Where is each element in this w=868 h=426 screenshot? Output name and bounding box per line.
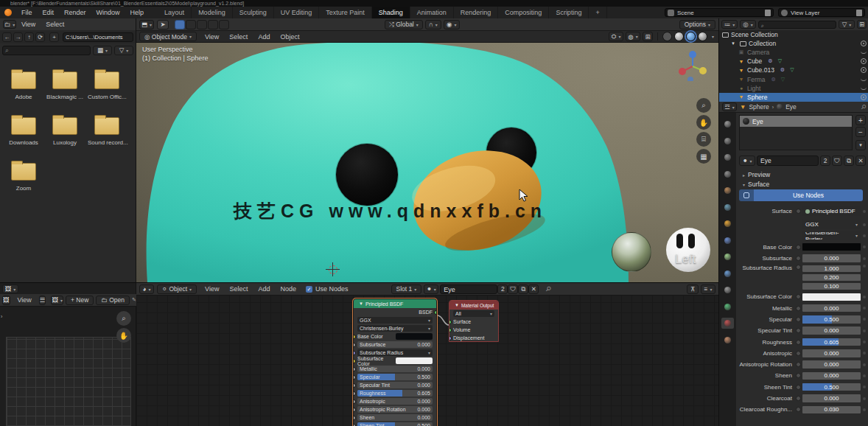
workspace-tab-layout[interactable]: Layout xyxy=(158,7,192,18)
bsdf-swatch-subsurface-color[interactable] xyxy=(396,357,433,364)
bsdf-slider-subsurface[interactable]: Subsurface0.000 xyxy=(357,341,433,348)
material-users-count-button[interactable]: 2 xyxy=(497,284,508,294)
shading-dropdown-icon[interactable]: ▾ xyxy=(712,34,714,39)
pan-hand-button[interactable]: ✋ xyxy=(696,115,711,130)
bsdf-output-socket[interactable] xyxy=(434,310,437,315)
create-folder-button[interactable]: + xyxy=(49,32,59,42)
slider-sheen[interactable]: 0.000 xyxy=(802,371,861,381)
workspace-tab-uv-editing[interactable]: UV Editing xyxy=(274,7,320,18)
surface-panel-header[interactable]: ▾Surface xyxy=(736,181,769,188)
decorator-dot[interactable] xyxy=(795,306,802,311)
slider-metallic[interactable]: 0.000 xyxy=(802,304,861,313)
material-slot-row[interactable]: Eye xyxy=(740,116,852,127)
camera-view-button[interactable]: ⌸ xyxy=(696,132,711,147)
properties-pin-icon[interactable]: ⚲ xyxy=(859,102,867,111)
display-mode-button[interactable]: ▦▾ xyxy=(93,46,112,55)
socket-sheen[interactable] xyxy=(353,416,356,420)
topbar-menu-edit[interactable]: Edit xyxy=(38,9,60,16)
properties-editor-type-button[interactable]: ☲▾ xyxy=(722,102,737,111)
outliner-sync-button[interactable]: ◎▾ xyxy=(740,20,756,29)
decorator-dot[interactable] xyxy=(795,396,802,401)
socket-subsurface-radius[interactable] xyxy=(353,351,356,355)
animate-dot[interactable] xyxy=(861,329,867,332)
breadcrumb-object[interactable]: Sphere xyxy=(749,103,769,111)
properties-tab-constraints[interactable] xyxy=(721,284,734,296)
datablock-unlink-button[interactable]: ✕ xyxy=(855,156,866,166)
slider-specular-tint[interactable]: 0.000 xyxy=(802,326,861,335)
animate-dot[interactable] xyxy=(861,363,867,366)
breadcrumb-material[interactable]: Eye xyxy=(785,103,797,111)
outliner-row-sphere[interactable]: ▼Sphere xyxy=(719,93,868,102)
socket-metallic[interactable] xyxy=(353,367,356,371)
hamburger-menu-icon[interactable]: ☰ xyxy=(39,296,46,305)
fake-user-shield-button[interactable]: 🛡 xyxy=(508,284,518,294)
workspace-tab-animation[interactable]: Animation xyxy=(410,7,454,18)
decorator-dot[interactable] xyxy=(795,407,802,412)
visibility-eye-closed-icon[interactable] xyxy=(861,87,867,90)
new-image-button[interactable]: + New xyxy=(66,296,94,305)
properties-tab-render[interactable] xyxy=(721,136,734,147)
bsdf-slider-metallic[interactable]: Metallic0.000 xyxy=(357,366,433,372)
decorator-dot[interactable] xyxy=(795,245,802,250)
show-overlays-button[interactable]: ◍▾ xyxy=(626,32,640,41)
shading-solid-button[interactable] xyxy=(674,32,684,41)
shading-rendered-button[interactable] xyxy=(698,32,707,41)
bsdf-row-specular[interactable]: Specular0.500 xyxy=(354,373,436,381)
bsdf-slider-sheen[interactable]: Sheen0.000 xyxy=(357,414,433,421)
visibility-eye-open-icon[interactable] xyxy=(861,94,867,100)
animate-dot[interactable] xyxy=(861,257,867,260)
xray-toggle-button[interactable]: ⊞ xyxy=(643,32,653,41)
new-collection-button[interactable]: ⊞ xyxy=(857,20,867,29)
image-zoom-button[interactable]: ⌕ xyxy=(116,311,131,326)
forward-button[interactable]: → xyxy=(13,32,23,42)
add-slot-button[interactable]: + xyxy=(855,115,866,125)
folder-adobe[interactable]: Adobe xyxy=(4,71,43,100)
socket-anisotropic-rotation[interactable] xyxy=(353,408,356,412)
visibility-eye-open-icon[interactable] xyxy=(861,58,867,64)
scene-selector[interactable]: Scene xyxy=(665,8,774,17)
animate-dot[interactable] xyxy=(861,385,867,388)
color-swatch-base-color[interactable] xyxy=(802,242,861,252)
properties-tab-view-layer[interactable] xyxy=(721,169,734,180)
value-field[interactable]: 1.000 xyxy=(802,265,861,273)
visibility-eye-open-icon[interactable] xyxy=(861,41,867,46)
select-mode-box-button[interactable] xyxy=(186,20,196,29)
socket-specular[interactable] xyxy=(353,375,356,380)
use-nodes-checkbox[interactable]: ✓ Use Nodes xyxy=(306,285,349,293)
unlink-material-button[interactable]: ✕ xyxy=(528,284,539,294)
dropdown-ggx[interactable]: GGX▾ xyxy=(802,220,861,229)
outliner-row-scene-collection[interactable]: Scene Collection xyxy=(719,30,868,39)
decorator-dot[interactable] xyxy=(795,362,802,367)
viewport-menu-object[interactable]: Object xyxy=(275,33,304,41)
properties-tab-physics[interactable] xyxy=(721,268,734,279)
navigation-gizmo[interactable] xyxy=(676,47,710,81)
bsdf-slider-roughness[interactable]: Roughness0.605 xyxy=(357,390,433,397)
bsdf-dropdown-christensen-burley[interactable]: Christensen-Burley▾ xyxy=(357,325,433,332)
workspace-tab-shading[interactable]: Shading xyxy=(372,7,410,18)
outliner-row-camera[interactable]: ▣Camera xyxy=(719,48,868,57)
image-editor-menu-view[interactable]: View xyxy=(13,296,37,304)
pin-icon[interactable]: ⚲ xyxy=(545,284,553,293)
outliner-filter-button[interactable]: ▽▾ xyxy=(839,20,855,29)
refresh-button[interactable]: ⟳ xyxy=(35,32,45,42)
folder-sound-record[interactable]: Sound record... xyxy=(88,117,126,146)
animate-dot[interactable] xyxy=(861,296,867,298)
color-swatch-subsurface-color[interactable] xyxy=(802,293,861,302)
image-icon-button[interactable]: 🖼 xyxy=(2,296,10,305)
snap-node-button[interactable]: ⊼ xyxy=(687,284,699,294)
file-browser-menu-view[interactable]: View xyxy=(16,21,41,28)
visibility-eye-closed-icon[interactable] xyxy=(861,78,867,81)
folder-downloads[interactable]: Downloads xyxy=(4,117,43,146)
workspace-tab-scripting[interactable]: Scripting xyxy=(549,7,589,18)
workspace-tab-[interactable]: + xyxy=(589,7,606,18)
folder-custom-offic[interactable]: Custom Offic... xyxy=(88,71,126,100)
open-image-button[interactable]: 🗀 Open xyxy=(96,296,130,305)
new-view-layer-icon[interactable] xyxy=(856,10,862,16)
new-scene-icon[interactable] xyxy=(765,10,771,16)
outliner-row-cube[interactable]: ▼Cube⚙▽ xyxy=(719,57,868,66)
slider-subsurface[interactable]: 0.000 xyxy=(802,254,861,263)
zoom-button[interactable]: ⌕ xyxy=(696,98,711,113)
topbar-menu-help[interactable]: Help xyxy=(125,9,150,16)
select-mode-extra-button[interactable] xyxy=(219,20,229,29)
topbar-menu-file[interactable]: File xyxy=(16,9,38,16)
